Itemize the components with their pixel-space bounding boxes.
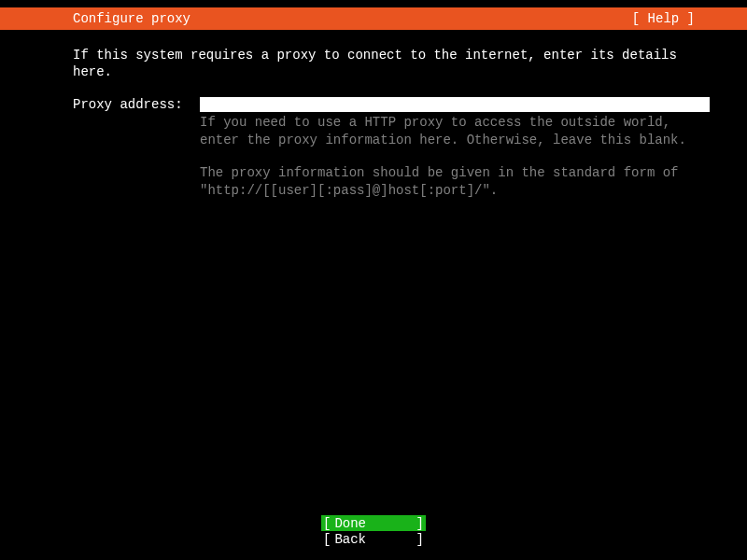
bracket-left-icon: [ [323, 532, 331, 547]
bracket-right-icon: ] [416, 516, 424, 531]
instruction-text: If this system requires a proxy to conne… [73, 47, 710, 80]
top-spacer [0, 0, 747, 7]
done-label: Done [334, 516, 366, 531]
done-button[interactable]: [ Done ] [321, 515, 426, 531]
footer-buttons: [ Done ] [ Back ] [0, 515, 747, 547]
header-bar: Configure proxy [ Help ] [0, 7, 747, 30]
bracket-left-icon: [ [323, 516, 331, 531]
proxy-right-column: If you need to use a HTTP proxy to acces… [200, 97, 710, 200]
page-title: Configure proxy [73, 11, 190, 26]
back-label: Back [334, 532, 366, 547]
proxy-help-text: If you need to use a HTTP proxy to acces… [200, 114, 710, 200]
proxy-form-row: Proxy address: If you need to use a HTTP… [73, 97, 710, 200]
proxy-address-input[interactable] [200, 97, 710, 112]
main-content: If this system requires a proxy to conne… [0, 30, 747, 200]
help-button[interactable]: [ Help ] [632, 11, 740, 26]
bracket-right-icon: ] [416, 532, 424, 547]
proxy-label: Proxy address: [73, 97, 200, 112]
proxy-help-1: If you need to use a HTTP proxy to acces… [200, 114, 710, 149]
proxy-help-2: The proxy information should be given in… [200, 164, 710, 200]
back-button[interactable]: [ Back ] [321, 531, 426, 547]
